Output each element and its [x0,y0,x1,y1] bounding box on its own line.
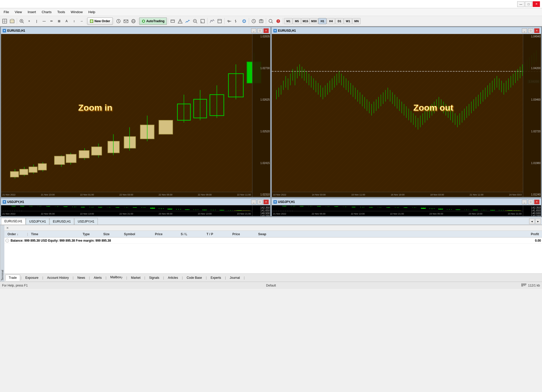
chart-maximize-3[interactable]: □ [257,200,262,204]
col-symbol[interactable]: Symbol [122,232,153,236]
chart-body-2[interactable]: Zoom out 1.04200 1.04940 1.04200 1.03460… [272,34,541,197]
col-sl[interactable]: S / L [179,232,204,236]
col-time[interactable]: Time [29,232,81,236]
navigator-btn[interactable] [177,17,184,25]
mail-btn[interactable] [122,17,130,25]
new-chart-button[interactable] [1,17,8,25]
chart-body-1[interactable]: Zoom in 1.02835 1.02730 1.02625 1.02520 … [1,34,270,197]
arrow-tool[interactable]: → [78,17,85,25]
chart-minimize-1[interactable]: _ [251,28,256,33]
chart-tab-usdjpy-h1-2[interactable]: USDJPY,H1 [74,218,98,225]
chart-tab-usdjpy-h1-1[interactable]: USDJPY,H1 [26,218,49,225]
period-sep-tool[interactable]: | [33,17,40,25]
terminal-tab-trade[interactable]: Trade [5,275,20,281]
notification-btn[interactable]: ! [275,17,282,25]
crosshair-tool[interactable]: + [26,17,33,25]
terminal-tab-market[interactable]: Market [128,275,144,281]
terminal-tab-experts[interactable]: Experts [207,275,225,281]
chart-maximize-4[interactable]: □ [528,200,533,204]
chart-minimize-2[interactable]: _ [522,28,527,33]
chart-minimize-4[interactable]: _ [522,200,527,204]
col-type[interactable]: Type [81,232,101,236]
terminal-tab-journal[interactable]: Journal [226,275,243,281]
tab-nav-right[interactable]: ▸ [535,218,541,224]
zoom-fit-btn[interactable] [199,17,206,25]
history-btn[interactable] [115,17,122,25]
menu-charts[interactable]: Charts [39,9,54,15]
open-button[interactable] [9,17,16,25]
terminal-label[interactable]: Terminal [0,225,4,282]
terminal-tab-news[interactable]: News [74,275,89,281]
grid-tool[interactable]: ⊞ [55,17,63,25]
globe-btn[interactable] [130,17,137,25]
search-btn[interactable] [267,17,274,25]
col-order[interactable]: Order ↓ [5,232,26,236]
autotrading-button[interactable]: AutoTrading [139,18,167,25]
maximize-button[interactable]: □ [525,1,532,7]
indicator-add-btn[interactable] [241,17,248,25]
market-watch-btn[interactable] [169,17,176,25]
tf-m5[interactable]: M5 [293,18,301,24]
col-profit[interactable]: Profit [282,232,541,236]
template-btn[interactable] [216,17,223,25]
svg-rect-300 [473,210,477,210]
text-tool[interactable]: A [63,17,70,25]
zoom-in-tool[interactable] [18,17,25,25]
terminal-tab-articles[interactable]: Articles [164,275,181,281]
chart-minimize-3[interactable]: _ [251,200,256,204]
tick-chart-btn[interactable] [226,17,233,25]
chart-close-3[interactable]: ✕ [264,200,269,204]
tf-d1[interactable]: D1 [335,18,344,24]
tab-nav-left[interactable]: ◂ [529,218,535,224]
menu-tools[interactable]: Tools [55,9,68,15]
line-tool[interactable]: — [41,17,48,25]
minimize-button[interactable]: — [517,1,524,7]
terminal-panel: Terminal ✕ Order ↓ | Time Type Size Symb… [0,225,542,282]
menu-file[interactable]: File [1,9,12,15]
new-order-button[interactable]: New Order [87,18,113,25]
tf-h4[interactable]: H4 [327,18,335,24]
indicators-btn[interactable] [209,17,216,25]
terminal-tab-account-history[interactable]: Account History [44,275,72,281]
chart-close-4[interactable]: ✕ [534,200,539,204]
close-button[interactable]: ✕ [533,1,540,7]
menu-view[interactable]: View [12,9,25,15]
tf-h1[interactable]: H1 [318,18,326,24]
tf-m15[interactable]: M15 [301,18,309,24]
chart-body-3[interactable]: ▼ USDJPY,H1 ▼▼▼▼▼▼▼▼▼ [1,205,270,216]
menu-help[interactable]: Help [86,9,98,15]
close-terminal-button[interactable]: ✕ [5,226,10,230]
svg-line-36 [254,21,254,22]
terminal-tab-exposure[interactable]: Exposure [22,275,42,281]
tf-m1[interactable]: M1 [284,18,292,24]
menu-insert[interactable]: Insert [25,9,39,15]
clock-btn[interactable] [250,17,257,25]
chart-maximize-2[interactable]: □ [528,28,533,33]
tab-nav-arrows: ◂ ▸ [529,218,542,225]
bar-chart-btn[interactable] [233,17,240,25]
terminal-tab-mailbox[interactable]: Mailbox7 [107,274,126,281]
terminal-tab-signals[interactable]: Signals [146,275,163,281]
chart-body-4[interactable]: ▼ USDJPY,H1 ▼▼▼▼▼▼▼▼▼ [272,205,541,216]
menu-window[interactable]: Window [68,9,85,15]
draw-tool[interactable]: ✏ [48,17,55,25]
chart-tab-eurusd-h1-1[interactable]: EURUSD,H1 [1,218,26,225]
col-price2[interactable]: Price [230,232,256,236]
zoom-out-btn[interactable] [192,17,199,25]
chart-close-1[interactable]: ✕ [264,28,269,33]
terminal-tab-codebase[interactable]: Code Base [183,275,205,281]
chart-close-2[interactable]: ✕ [534,28,539,33]
tf-m30[interactable]: M30 [310,18,318,24]
col-size[interactable]: Size [101,232,122,236]
cursor-tool[interactable]: ↕ [70,17,78,25]
tf-w1[interactable]: W1 [344,18,352,24]
terminal-tab-alerts[interactable]: Alerts [90,275,105,281]
col-tp[interactable]: T / P [204,232,230,236]
chart-tab-eurusd-h1-2[interactable]: EURUSD,H1 [50,218,74,225]
col-swap[interactable]: Swap [256,232,282,236]
screenshot-btn[interactable] [258,17,265,25]
col-price[interactable]: Price [153,232,179,236]
chart-maximize-1[interactable]: □ [257,28,262,33]
tf-mn[interactable]: MN [352,18,361,24]
chart-btn[interactable] [184,17,191,25]
